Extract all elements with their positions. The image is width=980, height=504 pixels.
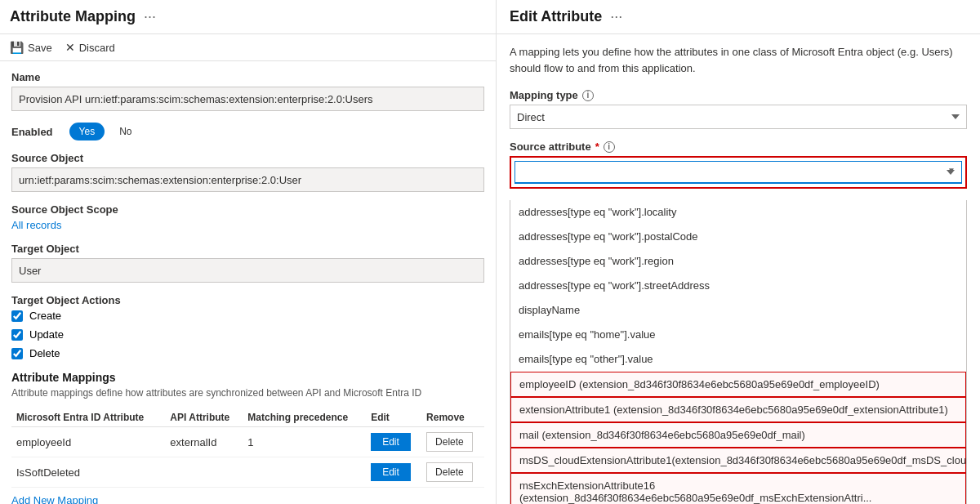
right-header-dots[interactable]: ···: [610, 8, 622, 25]
mapping-type-label: Mapping type i: [510, 89, 967, 101]
list-item[interactable]: emails[type eq "other"].value: [510, 347, 966, 372]
create-checkbox[interactable]: [11, 310, 23, 322]
enabled-label: Enabled: [11, 126, 53, 138]
list-item[interactable]: addresses[type eq "work"].locality: [510, 200, 966, 225]
edit-row-button[interactable]: Edit: [371, 433, 411, 451]
attribute-mappings-section: Attribute Mappings Attribute mappings de…: [11, 371, 484, 504]
update-label: Update: [29, 328, 64, 341]
entra-attr-cell: employeeId: [11, 427, 165, 457]
right-panel-header: Edit Attribute ···: [497, 0, 980, 34]
delete-checkbox-group: Delete: [11, 347, 484, 359]
target-object-field-group: Target Object: [11, 243, 484, 283]
source-attribute-dropdown: addresses[type eq "work"].localityaddres…: [510, 200, 967, 504]
col-entra-attr: Microsoft Entra ID Attribute: [11, 408, 165, 427]
col-remove: Remove: [421, 408, 484, 427]
mapping-type-row: Mapping type i DirectConstantExpression: [510, 89, 967, 129]
save-button[interactable]: 💾 Save: [10, 41, 52, 54]
discard-button[interactable]: ✕ Discard: [65, 41, 115, 54]
update-checkbox-group: Update: [11, 328, 484, 341]
matching-cell: [243, 457, 366, 488]
source-object-scope-label: Source Object Scope: [11, 203, 484, 216]
list-item[interactable]: displayName: [510, 298, 966, 323]
mapping-type-select[interactable]: DirectConstantExpression: [510, 105, 967, 129]
name-label: Name: [11, 71, 484, 83]
entra-attr-cell: IsSoftDeleted: [11, 457, 165, 488]
save-label: Save: [28, 42, 52, 54]
all-records-link[interactable]: All records: [11, 219, 61, 231]
discard-label: Discard: [79, 42, 115, 54]
list-item[interactable]: employeeID (extension_8d346f30f8634e6ebc…: [510, 372, 966, 397]
enabled-toggle-group: Enabled Yes No: [11, 123, 484, 140]
mapping-type-info-icon[interactable]: i: [582, 90, 594, 101]
list-item[interactable]: addresses[type eq "work"].region: [510, 249, 966, 274]
edit-attribute-description: A mapping lets you define how the attrib…: [510, 44, 967, 76]
source-attr-info-icon[interactable]: i: [604, 141, 615, 153]
attribute-mappings-title: Attribute Mappings: [11, 371, 484, 384]
toolbar: 💾 Save ✕ Discard: [0, 34, 496, 61]
delete-checkbox[interactable]: [11, 348, 23, 359]
col-api-attr: API Attribute: [165, 408, 243, 427]
toggle-yes-button[interactable]: Yes: [69, 123, 105, 140]
edit-row-button[interactable]: Edit: [371, 463, 411, 481]
delete-label: Delete: [29, 347, 60, 359]
left-panel-header: Attribute Mapping ···: [0, 0, 496, 34]
left-panel: Attribute Mapping ··· 💾 Save ✕ Discard N…: [0, 0, 497, 504]
api-attr-cell: externalId: [165, 427, 243, 457]
source-attribute-label: Source attribute * i: [510, 140, 967, 153]
source-object-scope-group: Source Object Scope All records: [11, 203, 484, 231]
remove-cell: Delete: [421, 457, 484, 488]
save-icon: 💾: [10, 41, 24, 54]
target-object-actions-label: Target Object Actions: [11, 294, 484, 306]
table-row: IsSoftDeleted Edit Delete: [11, 457, 484, 488]
source-object-field-group: Source Object: [11, 152, 484, 192]
list-item[interactable]: addresses[type eq "work"].streetAddress: [510, 274, 966, 298]
name-input[interactable]: [11, 87, 484, 111]
list-item[interactable]: msDS_cloudExtensionAttribute1(extension_…: [510, 448, 966, 473]
source-attribute-container: ▼: [510, 156, 967, 189]
col-edit: Edit: [366, 408, 421, 427]
remove-cell: Delete: [421, 427, 484, 457]
list-item[interactable]: emails[type eq "home"].value: [510, 323, 966, 347]
edit-attribute-title: Edit Attribute: [510, 8, 602, 25]
discard-icon: ✕: [65, 41, 75, 54]
required-star: *: [595, 140, 599, 153]
matching-cell: 1: [243, 427, 366, 457]
right-content: A mapping lets you define how the attrib…: [497, 34, 980, 504]
name-field-group: Name: [11, 71, 484, 111]
add-new-mapping-link[interactable]: Add New Mapping: [11, 488, 98, 504]
left-form-content: Name Enabled Yes No Source Object Source…: [0, 61, 496, 504]
create-checkbox-group: Create: [11, 310, 484, 322]
list-item[interactable]: addresses[type eq "work"].postalCode: [510, 225, 966, 249]
update-checkbox[interactable]: [11, 329, 23, 341]
edit-cell: Edit: [366, 457, 421, 488]
table-row: employeeId externalId 1 Edit Delete: [11, 427, 484, 457]
right-panel: Edit Attribute ··· A mapping lets you de…: [497, 0, 980, 504]
col-matching: Matching precedence: [243, 408, 366, 427]
create-label: Create: [29, 310, 61, 322]
delete-row-button[interactable]: Delete: [426, 432, 473, 452]
list-item[interactable]: extensionAttribute1 (extension_8d346f30f…: [510, 397, 966, 422]
toggle-no-button[interactable]: No: [113, 123, 138, 140]
delete-row-button[interactable]: Delete: [426, 462, 473, 482]
list-item[interactable]: msExchExtensionAttribute16 (extension_8d…: [510, 473, 966, 504]
target-object-label: Target Object: [11, 243, 484, 255]
source-object-input[interactable]: [11, 167, 484, 192]
attribute-mapping-title: Attribute Mapping: [10, 8, 136, 25]
target-object-actions-group: Target Object Actions Create Update Dele…: [11, 294, 484, 359]
api-attr-cell: [165, 457, 243, 488]
left-header-dots[interactable]: ···: [144, 8, 156, 25]
source-attribute-row: Source attribute * i ▼: [510, 140, 967, 189]
list-item[interactable]: mail (extension_8d346f30f8634e6ebc5680a9…: [510, 422, 966, 448]
source-attribute-input[interactable]: [514, 161, 962, 184]
attribute-mappings-desc: Attribute mappings define how attributes…: [11, 387, 484, 399]
source-object-label: Source Object: [11, 152, 484, 164]
target-object-input[interactable]: [11, 258, 484, 283]
edit-cell: Edit: [366, 427, 421, 457]
mappings-table: Microsoft Entra ID Attribute API Attribu…: [11, 408, 484, 488]
